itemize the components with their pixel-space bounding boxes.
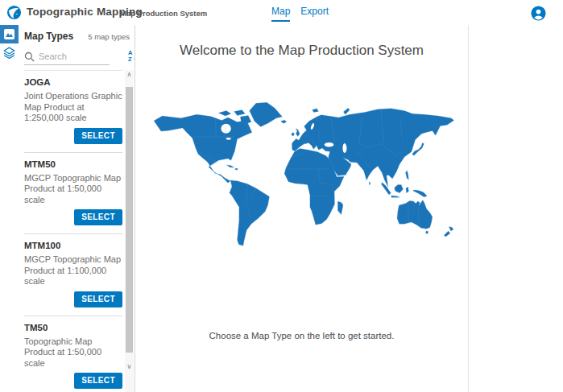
sidebar-scrollbar[interactable]: ∧ ∨ [125,70,134,392]
layers-icon [2,46,16,60]
list-item-tm50: TM50 Topographic Map Product at 1:50,000… [24,316,122,392]
item-description: Topographic Map Product at 1:50,000 scal… [24,336,122,369]
main-panel: Welcome to the Map Production System [135,25,469,392]
instruction-text: Choose a Map Type on the left to get sta… [135,331,468,340]
select-button-mtm100[interactable]: SELECT [74,291,122,307]
map-type-list: JOGA Joint Operations Graphic Map Produc… [24,70,122,392]
map-types-tool-button[interactable] [0,25,19,43]
header-tabs: Map Export [271,6,329,22]
scroll-up-icon[interactable]: ∧ [125,70,134,80]
select-button-tm50[interactable]: SELECT [74,373,122,389]
item-description: MGCP Topographic Map Product at 1:100,00… [24,254,122,287]
list-item-joga: JOGA Joint Operations Graphic Map Produc… [24,71,122,153]
tab-map[interactable]: Map [271,6,290,22]
search-icon [24,52,35,62]
welcome-heading: Welcome to the Map Production System [135,43,468,59]
app-subtitle: Map Production System [120,9,207,18]
app-header: Topographic Mapping Map Production Syste… [0,0,563,25]
item-title: MTM50 [24,159,122,169]
world-map [150,101,454,247]
account-icon[interactable] [531,6,546,21]
select-button-joga[interactable]: SELECT [74,128,122,144]
app-logo-globe-icon [6,5,22,20]
world-map-image [150,101,454,247]
map-tool-icon [3,28,15,40]
item-description: Joint Operations Graphic Map Product at … [24,91,122,124]
tab-export[interactable]: Export [300,6,329,22]
map-types-panel-header: Map Types 5 map types [24,31,130,42]
item-title: MTM100 [24,241,122,250]
search-box [24,48,110,65]
panel-title: Map Types [24,31,73,42]
widget-toolstrip [0,25,19,392]
layers-tool-button[interactable] [0,43,19,62]
item-title: JOGA [24,77,122,87]
scrollbar-thumb[interactable] [126,87,133,353]
sort-letter-z: Z [128,56,132,63]
list-item-mtm50: MTM50 MGCP Topographic Map Product at 1:… [24,153,122,235]
map-types-panel: Map Types 5 map types A Z ↓ JOGA Joint O… [19,25,135,392]
search-row: A Z ↓ [24,48,130,66]
map-types-count: 5 map types [88,32,130,41]
search-input[interactable] [39,52,106,61]
item-title: TM50 [24,323,122,332]
list-item-mtm100: MTM100 MGCP Topographic Map Product at 1… [24,234,122,316]
item-description: MGCP Topographic Map Product at 1:50,000… [24,173,122,206]
select-button-mtm50[interactable]: SELECT [74,209,122,225]
scroll-down-icon[interactable]: ∨ [125,362,134,372]
